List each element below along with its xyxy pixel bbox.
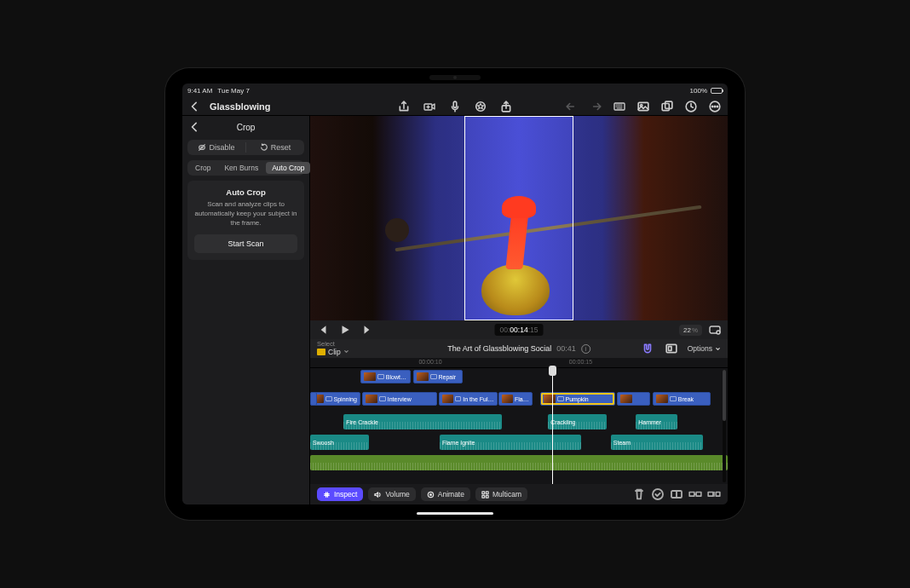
autocrop-heading: Auto Crop	[194, 187, 297, 197]
reset-label: Reset	[271, 143, 291, 152]
svg-rect-23	[486, 491, 488, 493]
magnetic-mask-icon[interactable]	[640, 342, 655, 355]
status-date: Tue May 7	[217, 87, 250, 95]
project-info-icon[interactable]: i	[581, 344, 590, 354]
more-icon[interactable]	[707, 100, 723, 113]
crop-mode-autocrop[interactable]: Auto Crop	[266, 162, 310, 174]
video-clip[interactable]: Interview	[362, 392, 437, 406]
timeline[interactable]: 00:00:10 00:00:15 Blowt… Repair Spinning…	[310, 358, 728, 484]
redo-icon[interactable]	[588, 100, 603, 113]
disable-label: Disable	[209, 143, 234, 152]
svg-rect-25	[486, 495, 488, 498]
status-time: 9:41 AM	[187, 87, 212, 95]
enable-clip-icon[interactable]	[651, 487, 665, 501]
inspect-button[interactable]: Inspect	[317, 487, 363, 501]
crop-reset-button[interactable]: Reset	[246, 140, 304, 155]
multicam-button[interactable]: Multicam	[475, 487, 527, 501]
voiceover-mic-icon[interactable]	[447, 100, 463, 113]
crop-mode-segmented[interactable]: Crop Ken Burns Auto Crop	[187, 160, 304, 176]
timeline-header: Select Clip The Art of Glassblowing Soci…	[310, 339, 728, 358]
svg-point-11	[711, 106, 712, 107]
animate-button[interactable]: Animate	[421, 487, 470, 501]
delete-icon[interactable]	[632, 487, 646, 501]
clip-badge-icon	[317, 349, 325, 355]
next-frame-button[interactable]	[360, 323, 375, 337]
audio-clip[interactable]: Swoosh	[310, 435, 369, 450]
timeline-ruler[interactable]: 00:00:10 00:00:15	[310, 358, 728, 368]
photo-library-icon[interactable]	[636, 100, 651, 113]
timecode-display[interactable]: 00:00:14:15	[495, 324, 544, 336]
video-clip[interactable]: Spinning	[310, 392, 360, 406]
svg-point-21	[429, 493, 431, 495]
svg-rect-30	[708, 493, 713, 497]
transport-bar: 00:00:14:15 22%	[310, 320, 728, 339]
crop-mode-crop[interactable]: Crop	[189, 162, 216, 174]
inspector-panel: Crop Disable Reset Crop Ken Burns	[182, 116, 310, 504]
video-clip[interactable]: Repair	[413, 370, 464, 383]
project-title[interactable]: Glassblowing	[210, 101, 271, 112]
video-clip-selected[interactable]: Pumpkin	[540, 392, 615, 406]
start-scan-button[interactable]: Start Scan	[194, 234, 297, 253]
camera-notch	[429, 75, 481, 80]
video-clip[interactable]: Blowt…	[360, 370, 411, 383]
ipad-device-frame: 9:41 AM Tue May 7 100% Glassblowing	[165, 68, 745, 520]
prev-frame-button[interactable]	[315, 323, 331, 337]
audio-meters-icon[interactable]	[683, 100, 699, 113]
keyboard-icon[interactable]	[612, 100, 627, 113]
inspector-title: Crop	[237, 123, 256, 132]
clip-selector[interactable]: Clip	[317, 348, 349, 356]
video-clip[interactable]: In the Ful…	[439, 392, 498, 406]
video-viewer[interactable]	[310, 116, 728, 320]
audio-clip[interactable]: Steam	[611, 435, 703, 450]
viewer-zoom[interactable]: 22%	[679, 325, 702, 336]
play-button[interactable]	[337, 323, 353, 337]
audio-clip[interactable]: Flame Ignite	[440, 435, 582, 450]
svg-rect-31	[716, 493, 720, 497]
video-clip[interactable]: Fla…	[498, 392, 532, 406]
ios-status-bar: 9:41 AM Tue May 7 100%	[182, 84, 728, 97]
svg-point-13	[717, 106, 717, 107]
autocrop-card: Auto Crop Scan and analyze clips to auto…	[187, 181, 304, 260]
battery-pct: 100%	[690, 87, 707, 95]
connect-clip-icon[interactable]	[688, 487, 702, 501]
battery-icon	[711, 88, 723, 94]
tools-icon[interactable]	[473, 100, 488, 113]
svg-point-26	[653, 489, 663, 499]
inspector-back-button[interactable]	[187, 120, 203, 134]
undo-icon[interactable]	[564, 100, 579, 113]
crop-frame-overlay[interactable]	[464, 116, 573, 320]
audio-clip[interactable]: Fire Crackle	[343, 414, 502, 429]
crop-disable-button[interactable]: Disable	[187, 140, 245, 155]
audio-clip[interactable]: Crackling	[548, 414, 607, 429]
svg-rect-29	[696, 493, 701, 497]
project-name: The Art of Glassblowing Social	[447, 344, 551, 353]
back-button[interactable]	[187, 100, 203, 113]
timeline-index-icon[interactable]	[664, 342, 679, 355]
video-clip[interactable]: Break	[653, 392, 711, 406]
import-media-icon[interactable]	[422, 100, 437, 113]
video-clip[interactable]	[617, 392, 650, 406]
volume-button[interactable]: Volume	[368, 487, 415, 501]
viewer-display-options-icon[interactable]	[707, 323, 723, 337]
split-clip-icon[interactable]	[670, 487, 683, 501]
app-toolbar: Glassblowing	[182, 97, 728, 116]
svg-rect-1	[453, 101, 457, 107]
music-clip[interactable]	[310, 455, 728, 470]
crop-mode-kenburns[interactable]: Ken Burns	[218, 162, 264, 174]
timeline-scrollbar[interactable]	[723, 370, 726, 482]
options-menu[interactable]: Options	[688, 344, 721, 353]
app-screen: 9:41 AM Tue May 7 100% Glassblowing	[182, 84, 728, 504]
disable-reset-row: Disable Reset	[187, 140, 304, 155]
audio-clip[interactable]: Hammer	[636, 414, 677, 429]
svg-point-17	[717, 331, 720, 334]
svg-point-12	[714, 106, 715, 107]
playhead[interactable]	[552, 368, 553, 484]
detach-clip-icon[interactable]	[707, 487, 721, 501]
svg-rect-5	[638, 102, 648, 110]
share-icon[interactable]	[396, 100, 412, 113]
ruler-tick: 00:00:15	[569, 359, 592, 365]
export-icon[interactable]	[498, 100, 514, 113]
overlays-icon[interactable]	[659, 100, 675, 113]
svg-rect-22	[482, 491, 485, 493]
svg-rect-24	[482, 495, 485, 498]
